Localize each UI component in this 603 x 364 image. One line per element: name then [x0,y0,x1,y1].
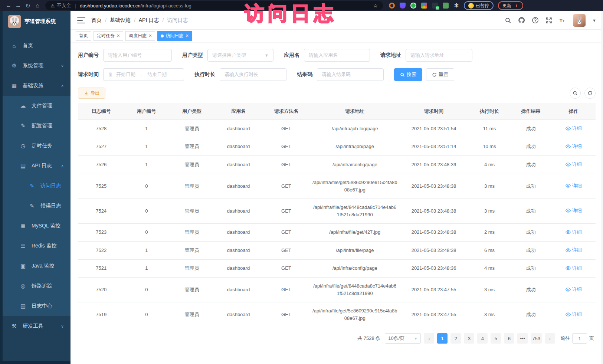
browser-forward-icon[interactable]: → [13,2,23,9]
page-button-5[interactable]: 5 [491,333,501,344]
sidebar-item-config[interactable]: ✎配置管理 [3,116,71,136]
paused-badge[interactable]: 已暂停 [464,1,494,10]
browser-back-icon[interactable]: ← [4,2,13,9]
app-name-input[interactable]: 请输入应用名 [304,49,370,62]
bookmark-star-icon[interactable]: ☆ [373,3,378,9]
user-type-select[interactable]: 请选择用户类型▼ [207,49,273,62]
sidebar-item-error-log[interactable]: ✎错误日志 [3,196,71,216]
tab-首页[interactable]: 首页 [76,31,91,41]
green-circle-extension-icon[interactable] [410,3,416,9]
pinwheel-extension-icon[interactable]: ✻ [453,3,459,9]
toggle-search-icon[interactable] [570,88,581,99]
sidebar-item-trace[interactable]: ◎链路追踪 [3,276,71,296]
browser-menu-icon[interactable]: ⋮ [514,3,519,8]
req-time-daterange-input[interactable]: 🗓开始日期-结束日期 [103,68,184,81]
filter-result-code: 结果码请输入结果码 [297,68,384,81]
page-size-select[interactable]: 10条/页 ▼ [385,333,421,344]
page-button-1[interactable]: 1 [437,333,448,344]
detail-link[interactable]: 详细 [566,161,582,168]
search-button[interactable]: 搜索 [394,68,422,81]
action-cell: 详细 [551,302,596,327]
req-url-input[interactable]: 请输入请求地址 [406,49,472,62]
font-size-icon[interactable]: TT [559,17,566,24]
close-tab-icon[interactable]: ✕ [148,33,152,38]
sidebar-item-access-log[interactable]: ✎访问日志 [3,176,71,196]
end-date-placeholder[interactable]: 结束日期 [147,71,167,78]
page-button-6[interactable]: 6 [504,333,514,344]
orange-ring-extension-icon[interactable] [389,3,395,9]
shield-extension-icon[interactable] [400,3,406,9]
sidebar-item-java[interactable]: ▣Java 监控 [3,256,71,276]
pages-ellipsis[interactable]: ••• [517,333,528,344]
placeholder-text: 请选择用户类型 [212,52,246,59]
tab-访问日志[interactable]: 访问日志✕ [157,31,192,41]
page-button-753[interactable]: 753 [531,333,542,344]
detail-link[interactable]: 详细 [566,143,582,150]
detail-link[interactable]: 详细 [566,246,582,254]
update-button[interactable]: 更新 ⋮ [498,1,523,10]
breadcrumb-item[interactable]: 基础设施 [110,17,131,24]
multicolor-extension-icon[interactable] [421,3,427,9]
sidebar-item-infra[interactable]: ▦基础设施∧ [3,76,71,96]
app-logo-row[interactable]: 🐰 芋道管理系统 [0,11,71,32]
sidebar-item-redis[interactable]: ☰Redis 监控 [3,236,71,256]
translate-extension-icon[interactable]: 翻 [432,3,438,9]
start-date-placeholder[interactable]: 开始日期 [116,71,135,78]
goto-page-input[interactable] [572,333,587,344]
result-code-input[interactable]: 请输入结果码 [317,68,384,81]
tab-调度日志[interactable]: 调度日志✕ [125,31,155,41]
chevron-down-icon: ▼ [414,337,417,341]
detail-link[interactable]: 详细 [566,182,582,190]
method-cell: GET [262,278,311,302]
sprout-extension-icon[interactable] [443,3,449,9]
browser-home-icon[interactable]: ⌂ [33,2,42,9]
help-icon[interactable] [532,17,539,24]
detail-link[interactable]: 详细 [566,265,582,272]
placeholder-text: 请输入请求地址 [410,52,444,59]
browser-reload-icon[interactable]: ↻ [23,2,33,9]
detail-link[interactable]: 详细 [566,125,582,132]
user-id-input[interactable]: 请输入用户编号 [103,49,172,62]
address-bar[interactable]: ⚠ 不安全 | dashboard.yudao.iocoder.cn /infr… [45,1,383,10]
action-cell: 详细 [551,120,596,138]
page-button-3[interactable]: 3 [464,333,474,344]
user-menu-caret-icon[interactable]: ▼ [592,18,596,23]
detail-link[interactable]: 详细 [566,311,582,318]
export-button[interactable]: 导出 [78,88,105,99]
detail-link[interactable]: 详细 [566,229,582,236]
result-cell: 成功 [510,156,552,174]
page-button-4[interactable]: 4 [477,333,488,344]
detail-link[interactable]: 详细 [566,207,582,214]
sidebar-item-system[interactable]: ⚙系统管理∨ [3,56,71,76]
breadcrumb-item[interactable]: 首页 [91,17,102,24]
duration-input[interactable]: 请输入执行时长 [220,68,286,81]
eye-icon [566,288,571,292]
close-tab-icon[interactable]: ✕ [117,33,120,38]
sidebar-item-log-center[interactable]: ▤日志中心 [3,296,71,316]
reset-button[interactable]: 重置 [426,68,454,81]
sidebar-item-mysql[interactable]: ≣MySQL 监控 [3,216,71,236]
breadcrumb-item[interactable]: API 日志 [139,17,159,24]
security-label[interactable]: 不安全 [57,2,71,9]
github-icon[interactable] [518,17,525,24]
tab-定时任务[interactable]: 定时任务✕ [94,31,123,41]
method-cell: GET [262,302,311,327]
sidebar-item-job[interactable]: ◷定时任务 [3,136,71,156]
refresh-icon[interactable] [584,88,596,99]
page-button-2[interactable]: 2 [450,333,461,344]
collapse-sidebar-icon[interactable] [77,17,85,23]
scrollbar-track[interactable] [601,11,603,364]
search-icon[interactable] [505,17,511,24]
sidebar-item-file[interactable]: ☁文件管理 [3,96,71,116]
detail-link[interactable]: 详细 [566,286,582,293]
next-page-button[interactable]: › [545,333,555,344]
user-id-cell: 0 [125,302,169,327]
fullscreen-icon[interactable] [545,17,552,24]
user-type-cell: 管理员 [168,199,215,223]
sidebar-item-api-log[interactable]: ▤API 日志∧ [3,156,71,176]
close-tab-icon[interactable]: ✕ [185,33,189,38]
sidebar-item-tools[interactable]: ⚒研发工具∨ [3,316,71,336]
prev-page-button[interactable]: ‹ [424,333,434,344]
user-avatar[interactable]: 🐰 [573,14,586,27]
sidebar-item-home[interactable]: ⌂首页 [3,36,71,56]
